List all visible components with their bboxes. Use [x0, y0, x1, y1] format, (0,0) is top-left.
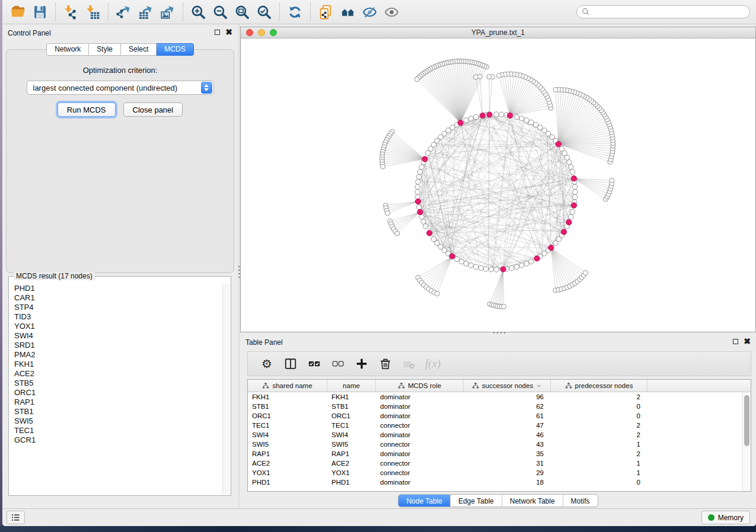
columns-icon[interactable] — [279, 354, 302, 374]
mcds-result-item[interactable]: STP4 — [9, 303, 222, 312]
mcds-result-item[interactable]: TID3 — [9, 312, 222, 322]
criterion-select[interactable]: largest connected component (undirected) — [27, 81, 214, 95]
tab-network[interactable]: Network — [46, 43, 89, 56]
cell: ACE2 — [327, 459, 376, 468]
hide-graphics-details-icon[interactable] — [359, 2, 381, 22]
mcds-result-item[interactable]: PMA2 — [9, 350, 222, 360]
new-network-from-selection-icon[interactable] — [315, 2, 337, 22]
column-header-shared-name[interactable]: shared name — [248, 380, 327, 392]
table-row[interactable]: YOX1YOX1connector291 — [248, 468, 751, 477]
control-panel: Control Panel ✖ NetworkStyleSelectMCDS O… — [2, 24, 238, 508]
optimization-criterion-label: Optimization criterion: — [7, 66, 234, 75]
close-table-panel-icon[interactable]: ✖ — [744, 338, 751, 345]
status-bar: Memory — [2, 508, 756, 526]
import-table-icon[interactable] — [82, 2, 104, 22]
table-row[interactable]: RAP1RAP1dominator352 — [248, 449, 751, 459]
cell: SWI5 — [327, 440, 376, 449]
tab-network-table[interactable]: Network Table — [502, 495, 563, 507]
cell: 2 — [551, 392, 647, 402]
mcds-result-item[interactable]: TEC1 — [9, 426, 222, 435]
export-network-icon[interactable] — [113, 2, 135, 22]
tab-motifs[interactable]: Motifs — [563, 495, 598, 507]
close-panel-icon[interactable]: ✖ — [225, 29, 232, 36]
mcds-result-item[interactable]: STB5 — [9, 379, 222, 388]
node-table: shared namenameMCDS rolesuccessor nodesp… — [247, 379, 751, 492]
mcds-result-item[interactable]: ORC1 — [9, 388, 222, 398]
minimize-window-icon[interactable] — [258, 29, 265, 36]
tab-mcds[interactable]: MCDS — [157, 43, 193, 56]
mcds-result-item[interactable]: SRD1 — [9, 341, 222, 350]
table-row[interactable]: SWI4SWI4dominator462 — [248, 430, 751, 440]
import-network-icon[interactable] — [60, 2, 82, 22]
float-table-panel-icon[interactable] — [733, 339, 738, 344]
cell: ACE2 — [248, 459, 327, 468]
sort-desc-icon — [536, 383, 542, 389]
cell: 43 — [464, 440, 551, 449]
search-input[interactable] — [591, 8, 745, 16]
open-icon[interactable] — [7, 2, 29, 22]
tab-edge-table[interactable]: Edge Table — [450, 495, 502, 507]
zoom-selected-icon[interactable] — [253, 2, 275, 22]
task-history-button[interactable] — [7, 511, 25, 524]
select-all-icon[interactable] — [302, 354, 326, 374]
zoom-out-icon[interactable] — [209, 2, 231, 22]
mcds-result-item[interactable]: STB1 — [9, 407, 222, 416]
export-table-icon[interactable] — [135, 2, 157, 22]
network-window-titlebar[interactable]: YPA_prune.txt_1 — [241, 27, 755, 39]
deselect-all-icon[interactable] — [326, 354, 350, 374]
column-header-MCDS-role[interactable]: MCDS role — [376, 380, 464, 392]
cell: 35 — [464, 449, 551, 459]
cell: RAP1 — [248, 449, 327, 459]
memory-button[interactable]: Memory — [701, 511, 750, 524]
cell: 2 — [551, 449, 647, 459]
run-mcds-button[interactable]: Run MCDS — [58, 102, 116, 117]
mcds-result-item[interactable]: SWI5 — [9, 416, 222, 426]
mcds-list-scrollbar[interactable] — [222, 284, 230, 495]
settings-icon[interactable]: ⚙ — [255, 354, 279, 374]
mcds-result-item[interactable]: FKH1 — [9, 360, 222, 369]
table-row[interactable]: PHD1PHD1dominator180 — [248, 477, 751, 487]
tab-node-table[interactable]: Node Table — [398, 495, 450, 507]
cell: 2 — [551, 430, 647, 440]
mcds-result-title: MCDS result (17 nodes) — [14, 272, 95, 280]
table-row[interactable]: SWI5SWI5connector431 — [248, 440, 751, 449]
table-row[interactable]: TEC1TEC1connector472 — [248, 421, 751, 430]
float-panel-icon[interactable] — [215, 30, 220, 35]
column-header-predecessor-nodes[interactable]: predecessor nodes — [551, 380, 647, 392]
maximize-window-icon[interactable] — [270, 29, 277, 36]
add-icon[interactable] — [350, 354, 374, 374]
table-scrollbar[interactable] — [742, 392, 751, 491]
table-row[interactable]: ORC1ORC1dominator610 — [248, 411, 751, 421]
table-row[interactable]: ACE2ACE2connector311 — [248, 459, 751, 468]
mcds-result-item[interactable]: ACE2 — [9, 369, 222, 379]
mcds-result-item[interactable]: SWI4 — [9, 331, 222, 341]
mcds-result-item[interactable]: GCR1 — [9, 435, 222, 445]
zoom-in-icon[interactable] — [187, 2, 209, 22]
show-graphics-details-icon[interactable] — [381, 2, 403, 22]
table-row[interactable]: STB1STB1dominator620 — [248, 402, 751, 411]
mcds-result-item[interactable]: YOX1 — [9, 322, 222, 331]
column-header-successor-nodes[interactable]: successor nodes — [464, 380, 551, 392]
save-icon[interactable] — [29, 2, 51, 22]
mcds-result-item[interactable]: PHD1 — [9, 284, 222, 293]
cell: connector — [376, 421, 464, 430]
first-neighbors-icon[interactable] — [337, 2, 359, 22]
mcds-result-item[interactable]: RAP1 — [9, 398, 222, 407]
close-window-icon[interactable] — [246, 29, 253, 36]
mcds-result-item[interactable]: CAR1 — [9, 293, 222, 303]
close-panel-button[interactable]: Close panel — [123, 102, 183, 117]
table-row[interactable]: FKH1FKH1dominator962 — [248, 392, 751, 402]
zoom-fit-icon[interactable] — [231, 2, 253, 22]
tab-style[interactable]: Style — [89, 43, 121, 56]
function-builder-icon: f(x) — [421, 354, 445, 374]
apply-preferred-layout-icon[interactable] — [284, 2, 306, 22]
cell: 0 — [551, 402, 647, 411]
cell: SWI4 — [248, 430, 327, 440]
column-header-name[interactable]: name — [327, 380, 376, 392]
cell: 47 — [464, 421, 551, 430]
tab-select[interactable]: Select — [121, 43, 157, 56]
network-view[interactable] — [241, 39, 755, 332]
delete-icon[interactable] — [374, 354, 397, 374]
table-scrollbar-thumb[interactable] — [744, 395, 749, 446]
export-image-icon[interactable] — [157, 2, 178, 22]
